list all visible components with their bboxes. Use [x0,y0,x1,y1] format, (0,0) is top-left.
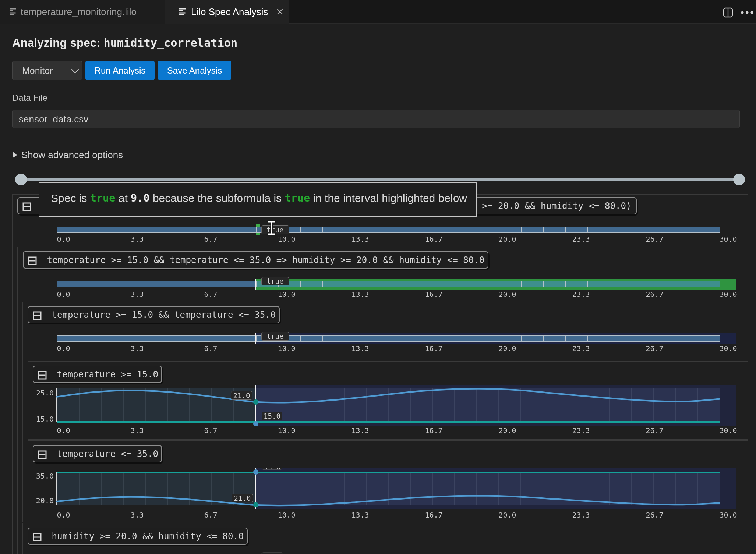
bar-segment [146,336,168,341]
icon-shape [13,152,17,158]
bar-segment [654,336,676,341]
spec-name: humidity_correlation [104,36,238,49]
tooltip-part: in the interval highlighted below [310,192,467,205]
split-editor-icon[interactable] [723,7,734,18]
axis-temp-range-tick-3.3: 3.3 [131,344,144,353]
bar-segment [168,281,190,287]
value-chip-21.0: 21.0 [231,391,252,400]
collapse-icon[interactable] [22,202,31,211]
slider-handle-high[interactable] [733,174,745,185]
bar-segment [477,336,499,341]
bar-segment [146,281,168,287]
bar-segment [632,336,654,341]
bar-segment [499,281,521,287]
marker-line [255,279,257,290]
bar-segment [543,227,565,232]
collapse-icon[interactable] [28,256,37,265]
formula-chip-temp-ge-15[interactable]: temperature >= 15.0 [33,366,162,383]
icon-shape [57,389,720,403]
time-range-slider-track[interactable] [15,178,745,181]
bar-segment [587,227,610,232]
timeline-bar[interactable] [57,227,720,233]
axis-implication-tick-10.0: 10.0 [278,290,296,299]
bar-segment [477,227,499,232]
bar-segment [300,281,322,287]
bar-segment [610,281,632,287]
text-cursor [267,220,276,236]
collapse-icon[interactable] [38,450,47,459]
spec-file-icon [10,8,17,16]
axis-implication-tick-6.7: 6.7 [204,290,218,299]
axis-root-tick-3.3: 3.3 [131,235,144,244]
tooltip-part: because the subformula is [150,192,285,205]
axis-temp-ge-15-tick-23.3: 23.3 [572,426,590,435]
axis-root-tick-0.0: 0.0 [57,235,70,244]
collapse-icon[interactable] [33,311,42,320]
bar-segment [477,281,499,287]
axis-temp-ge-15-tick-26.7: 26.7 [646,426,664,435]
close-icon[interactable] [276,8,284,16]
save-analysis-label: Save Analysis [167,65,222,76]
run-analysis-button[interactable]: Run Analysis [85,61,155,80]
bar-segment [455,336,477,341]
bar-segment [367,227,389,232]
value-chip-text: 15.0 [264,412,280,420]
formula-chip-temp-le-35[interactable]: temperature <= 35.0 [33,445,162,462]
lilo-spec-analysis-screen: temperature_monitoring.liloLilo Spec Ana… [0,0,756,554]
tab-label: temperature_monitoring.lilo [21,6,137,18]
bar-segment [632,227,654,232]
axis-temp-range-tick-16.7: 16.7 [425,344,443,353]
mode-select[interactable]: Monitor [12,61,82,80]
bar-segment [234,336,256,341]
bar-segment [124,336,146,341]
bar-segment [455,227,477,232]
axis-root-tick-20.0: 20.0 [499,235,516,244]
value-chip-text: 21.0 [234,494,251,502]
bar-segment [499,336,521,341]
tooltip-part: at [115,192,131,205]
formula-text: temperature >= 15.0 [57,369,158,380]
collapse-icon[interactable] [38,371,47,380]
axis-temp-ge-15-tick-30.0: 30.0 [720,426,737,435]
advanced-options-toggle[interactable]: Show advanced options [12,149,123,161]
bar-segment [411,227,433,232]
axis-temp-le-35-tick-13.3: 13.3 [351,511,369,519]
tooltip-part: Spec is [51,192,90,205]
signal-curve [56,465,721,512]
bar-segment [587,336,610,341]
bar-segment [389,227,411,232]
data-file-value: sensor_data.csv [19,114,88,125]
timeline-bar[interactable] [57,281,720,287]
collapse-icon[interactable] [33,533,42,541]
axis-implication-tick-16.7: 16.7 [425,290,443,299]
signal-curve [56,381,721,429]
data-file-input[interactable]: sensor_data.csv [12,110,740,128]
slider-handle-low[interactable] [15,174,27,185]
formula-chip-implication[interactable]: temperature >= 15.0 && temperature <= 35… [23,251,488,269]
formula-chip-humidity-range[interactable]: humidity >= 20.0 && humidity <= 80.0 [28,528,248,545]
bar-segment [190,336,212,341]
bar-segment [610,336,632,341]
axis-temp-range-tick-0.0: 0.0 [57,344,70,353]
axis-temp-le-35-tick-26.7: 26.7 [646,511,664,519]
axis-implication-tick-3.3: 3.3 [131,290,144,299]
tab-temperature-monitoring[interactable]: temperature_monitoring.lilo [0,0,165,24]
more-actions-icon[interactable] [741,10,756,15]
save-analysis-button[interactable]: Save Analysis [158,61,231,80]
tooltip-part: true [285,192,310,204]
bar-segment [212,227,234,232]
bar-segment [521,227,543,232]
axis-temp-le-35-tick-10.0: 10.0 [278,511,296,519]
value-chip-15.0: 15.0 [262,412,282,420]
axis-temp-range-tick-26.7: 26.7 [646,344,664,353]
axis-root-tick-26.7: 26.7 [646,235,664,244]
formula-text: temperature >= 15.0 && temperature <= 35… [52,310,276,320]
axis-root-tick-13.3: 13.3 [351,235,369,244]
timeline-bar[interactable] [57,335,720,342]
bar-segment [234,281,256,287]
bar-segment [367,281,389,287]
formula-chip-temp-range[interactable]: temperature >= 15.0 && temperature <= 35… [28,306,280,323]
axis-temp-range-tick-30.0: 30.0 [720,344,737,353]
tab-lilo-spec-analysis[interactable]: Lilo Spec Analysis [165,0,289,24]
bar-segment [345,281,367,287]
